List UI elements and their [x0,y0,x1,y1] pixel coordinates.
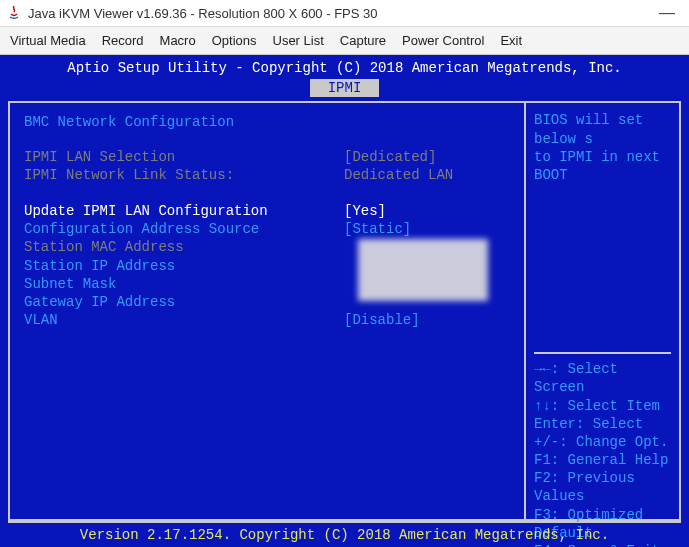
key-hint: +/-: Change Opt. [534,433,671,451]
label: VLAN [24,311,344,329]
panel-divider [534,352,671,354]
value: Dedicated LAN [344,166,510,184]
label: Configuration Address Source [24,220,344,238]
key-hint: →←: Select Screen [534,360,671,396]
field-ipmi-lan-selection: IPMI LAN Selection [Dedicated] [24,148,510,166]
menu-power-control[interactable]: Power Control [402,33,484,48]
value: [Disable] [344,311,510,329]
label: Station IP Address [24,257,344,275]
bios-header: Aptio Setup Utility - Copyright (C) 2018… [0,55,689,79]
tab-ipmi[interactable]: IPMI [310,79,380,97]
label: IPMI LAN Selection [24,148,344,166]
bios-footer: Version 2.17.1254. Copyright (C) 2018 Am… [0,526,689,544]
label: IPMI Network Link Status: [24,166,344,184]
value: [Dedicated] [344,148,510,166]
value: [Yes] [344,202,510,220]
key-hint: F2: Previous Values [534,469,671,505]
field-config-address-source[interactable]: Configuration Address Source [Static] [24,220,510,238]
key-hint: F1: General Help [534,451,671,469]
label: Station MAC Address [24,238,344,256]
menu-options[interactable]: Options [212,33,257,48]
menu-user-list[interactable]: User List [273,33,324,48]
menu-record[interactable]: Record [102,33,144,48]
key-hint: Enter: Select [534,415,671,433]
bios-right-panel: BIOS will set below s to IPMI in next BO… [526,103,679,519]
help-text: BIOS will set below s to IPMI in next BO… [534,111,671,184]
field-vlan[interactable]: VLAN [Disable] [24,311,510,329]
help-line: to IPMI in next BOOT [534,148,671,184]
help-line: BIOS will set below s [534,111,671,147]
redacted-mask [358,239,488,301]
menubar: Virtual Media Record Macro Options User … [0,27,689,55]
section-title: BMC Network Configuration [24,113,510,131]
field-ipmi-link-status: IPMI Network Link Status: Dedicated LAN [24,166,510,184]
bios-tab-row: IPMI [0,79,689,97]
key-hints: →←: Select Screen ↑↓: Select Item Enter:… [534,360,671,547]
menu-exit[interactable]: Exit [500,33,522,48]
bios-panels: BMC Network Configuration IPMI LAN Selec… [8,101,681,521]
field-update-ipmi-lan[interactable]: Update IPMI LAN Configuration [Yes] [24,202,510,220]
bios-left-panel: BMC Network Configuration IPMI LAN Selec… [10,103,524,519]
window-titlebar: Java iKVM Viewer v1.69.36 - Resolution 8… [0,0,689,27]
menu-macro[interactable]: Macro [160,33,196,48]
bios-kvm-screen: Aptio Setup Utility - Copyright (C) 2018… [0,55,689,547]
label: Gateway IP Address [24,293,344,311]
menu-virtual-media[interactable]: Virtual Media [10,33,86,48]
minimize-button[interactable]: — [651,4,683,22]
key-hint: ↑↓: Select Item [534,397,671,415]
label: Subnet Mask [24,275,344,293]
value: [Static] [344,220,510,238]
java-icon [6,5,22,21]
window-title: Java iKVM Viewer v1.69.36 - Resolution 8… [28,6,378,21]
label: Update IPMI LAN Configuration [24,202,344,220]
menu-capture[interactable]: Capture [340,33,386,48]
